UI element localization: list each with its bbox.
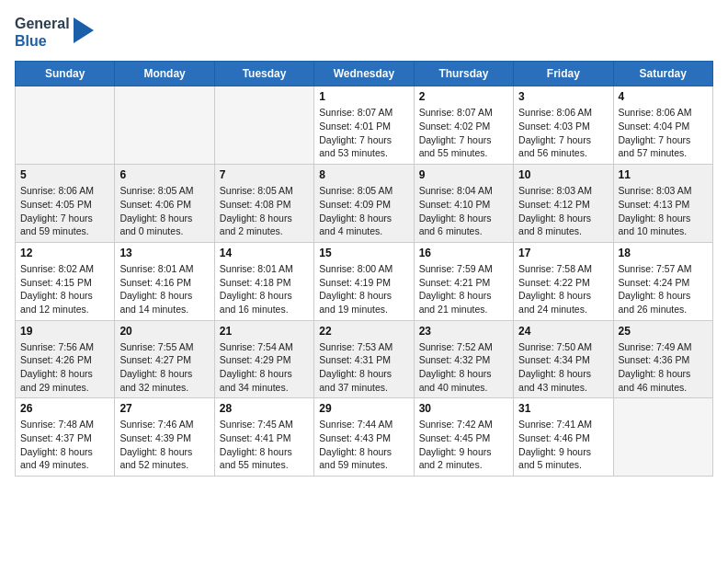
day-number: 1 <box>319 90 408 103</box>
day-info: Sunrise: 7:52 AM Sunset: 4:32 PM Dayligh… <box>419 340 508 395</box>
logo-line1: General <box>15 15 70 32</box>
calendar-cell: 24Sunrise: 7:50 AM Sunset: 4:34 PM Dayli… <box>514 320 613 398</box>
day-info: Sunrise: 8:05 AM Sunset: 4:06 PM Dayligh… <box>119 184 209 238</box>
calendar-cell: 9Sunrise: 8:04 AM Sunset: 4:10 PM Daylig… <box>414 165 513 243</box>
day-number: 11 <box>619 168 708 181</box>
day-info: Sunrise: 7:55 AM Sunset: 4:27 PM Dayligh… <box>119 340 209 395</box>
day-number: 2 <box>419 90 508 103</box>
day-info: Sunrise: 8:05 AM Sunset: 4:08 PM Dayligh… <box>220 184 309 238</box>
day-info: Sunrise: 7:41 AM Sunset: 4:46 PM Dayligh… <box>518 418 608 472</box>
day-info: Sunrise: 7:49 AM Sunset: 4:36 PM Dayligh… <box>619 340 708 395</box>
day-number: 24 <box>518 325 608 338</box>
day-number: 6 <box>119 168 209 181</box>
calendar-header-thursday: Thursday <box>414 62 513 86</box>
page-header: General Blue <box>15 15 713 50</box>
day-number: 16 <box>419 247 508 259</box>
logo-arrow-icon <box>74 17 94 43</box>
day-info: Sunrise: 8:04 AM Sunset: 4:10 PM Dayligh… <box>419 184 508 238</box>
day-number: 4 <box>619 90 708 103</box>
day-number: 12 <box>20 247 109 259</box>
day-info: Sunrise: 7:46 AM Sunset: 4:39 PM Dayligh… <box>119 418 209 472</box>
calendar-week-3: 12Sunrise: 8:02 AM Sunset: 4:15 PM Dayli… <box>16 242 713 320</box>
day-info: Sunrise: 7:59 AM Sunset: 4:21 PM Dayligh… <box>419 262 508 316</box>
calendar-table: SundayMondayTuesdayWednesdayThursdayFrid… <box>15 61 713 477</box>
day-info: Sunrise: 7:58 AM Sunset: 4:22 PM Dayligh… <box>518 262 608 316</box>
calendar-header-row: SundayMondayTuesdayWednesdayThursdayFrid… <box>16 62 713 86</box>
calendar-cell: 15Sunrise: 8:00 AM Sunset: 4:19 PM Dayli… <box>314 242 414 320</box>
calendar-cell: 21Sunrise: 7:54 AM Sunset: 4:29 PM Dayli… <box>214 320 313 398</box>
day-info: Sunrise: 8:07 AM Sunset: 4:01 PM Dayligh… <box>319 106 408 160</box>
day-info: Sunrise: 7:56 AM Sunset: 4:26 PM Dayligh… <box>20 340 109 395</box>
logo-line2: Blue <box>15 32 70 50</box>
calendar-week-5: 26Sunrise: 7:48 AM Sunset: 4:37 PM Dayli… <box>16 398 713 477</box>
calendar-cell: 14Sunrise: 8:01 AM Sunset: 4:18 PM Dayli… <box>214 242 313 320</box>
calendar-cell: 10Sunrise: 8:03 AM Sunset: 4:12 PM Dayli… <box>514 165 613 243</box>
calendar-cell: 20Sunrise: 7:55 AM Sunset: 4:27 PM Dayli… <box>115 320 214 398</box>
day-number: 27 <box>119 402 209 415</box>
day-info: Sunrise: 8:06 AM Sunset: 4:05 PM Dayligh… <box>20 184 109 238</box>
calendar-header-sunday: Sunday <box>16 62 115 86</box>
svg-marker-0 <box>74 17 94 43</box>
calendar-cell: 12Sunrise: 8:02 AM Sunset: 4:15 PM Dayli… <box>16 242 115 320</box>
day-info: Sunrise: 7:53 AM Sunset: 4:31 PM Dayligh… <box>319 340 408 395</box>
calendar-cell: 7Sunrise: 8:05 AM Sunset: 4:08 PM Daylig… <box>214 165 313 243</box>
calendar-cell: 25Sunrise: 7:49 AM Sunset: 4:36 PM Dayli… <box>613 320 712 398</box>
day-info: Sunrise: 8:05 AM Sunset: 4:09 PM Dayligh… <box>319 184 408 238</box>
day-info: Sunrise: 7:48 AM Sunset: 4:37 PM Dayligh… <box>20 418 109 472</box>
day-number: 7 <box>220 168 309 181</box>
day-number: 21 <box>220 325 309 338</box>
calendar-cell: 6Sunrise: 8:05 AM Sunset: 4:06 PM Daylig… <box>115 165 214 243</box>
day-number: 26 <box>20 402 109 415</box>
calendar-week-4: 19Sunrise: 7:56 AM Sunset: 4:26 PM Dayli… <box>16 320 713 398</box>
day-info: Sunrise: 7:45 AM Sunset: 4:41 PM Dayligh… <box>220 418 309 472</box>
day-info: Sunrise: 7:54 AM Sunset: 4:29 PM Dayligh… <box>220 340 309 395</box>
day-number: 8 <box>319 168 408 181</box>
day-info: Sunrise: 8:03 AM Sunset: 4:12 PM Dayligh… <box>518 184 608 238</box>
day-number: 29 <box>319 402 408 415</box>
calendar-cell: 31Sunrise: 7:41 AM Sunset: 4:46 PM Dayli… <box>514 398 613 477</box>
day-number: 30 <box>419 402 508 415</box>
calendar-cell: 4Sunrise: 8:06 AM Sunset: 4:04 PM Daylig… <box>613 86 712 165</box>
day-info: Sunrise: 7:57 AM Sunset: 4:24 PM Dayligh… <box>619 262 708 316</box>
calendar-cell: 16Sunrise: 7:59 AM Sunset: 4:21 PM Dayli… <box>414 242 513 320</box>
calendar-cell: 13Sunrise: 8:01 AM Sunset: 4:16 PM Dayli… <box>115 242 214 320</box>
day-number: 23 <box>419 325 508 338</box>
calendar-cell: 17Sunrise: 7:58 AM Sunset: 4:22 PM Dayli… <box>514 242 613 320</box>
day-number: 25 <box>619 325 708 338</box>
calendar-cell: 5Sunrise: 8:06 AM Sunset: 4:05 PM Daylig… <box>16 165 115 243</box>
calendar-cell: 3Sunrise: 8:06 AM Sunset: 4:03 PM Daylig… <box>514 86 613 165</box>
day-info: Sunrise: 7:42 AM Sunset: 4:45 PM Dayligh… <box>419 418 508 472</box>
day-info: Sunrise: 8:01 AM Sunset: 4:16 PM Dayligh… <box>119 262 209 316</box>
day-number: 10 <box>518 168 608 181</box>
day-number: 5 <box>20 168 109 181</box>
calendar-cell: 8Sunrise: 8:05 AM Sunset: 4:09 PM Daylig… <box>314 165 414 243</box>
day-number: 19 <box>20 325 109 338</box>
day-number: 22 <box>319 325 408 338</box>
calendar-cell: 2Sunrise: 8:07 AM Sunset: 4:02 PM Daylig… <box>414 86 513 165</box>
day-info: Sunrise: 7:50 AM Sunset: 4:34 PM Dayligh… <box>518 340 608 395</box>
calendar-cell: 27Sunrise: 7:46 AM Sunset: 4:39 PM Dayli… <box>115 398 214 477</box>
day-number: 9 <box>419 168 508 181</box>
day-info: Sunrise: 7:44 AM Sunset: 4:43 PM Dayligh… <box>319 418 408 472</box>
calendar-cell: 30Sunrise: 7:42 AM Sunset: 4:45 PM Dayli… <box>414 398 513 477</box>
calendar-header-monday: Monday <box>115 62 214 86</box>
calendar-cell: 26Sunrise: 7:48 AM Sunset: 4:37 PM Dayli… <box>16 398 115 477</box>
day-number: 14 <box>220 247 309 259</box>
calendar-cell <box>16 86 115 165</box>
calendar-cell: 23Sunrise: 7:52 AM Sunset: 4:32 PM Dayli… <box>414 320 513 398</box>
day-number: 17 <box>518 247 608 259</box>
day-info: Sunrise: 8:00 AM Sunset: 4:19 PM Dayligh… <box>319 262 408 316</box>
calendar-week-2: 5Sunrise: 8:06 AM Sunset: 4:05 PM Daylig… <box>16 165 713 243</box>
calendar-cell: 1Sunrise: 8:07 AM Sunset: 4:01 PM Daylig… <box>314 86 414 165</box>
calendar-header-tuesday: Tuesday <box>214 62 313 86</box>
logo: General Blue <box>15 15 94 50</box>
day-number: 20 <box>119 325 209 338</box>
calendar-cell: 28Sunrise: 7:45 AM Sunset: 4:41 PM Dayli… <box>214 398 313 477</box>
day-info: Sunrise: 8:06 AM Sunset: 4:04 PM Dayligh… <box>619 106 708 160</box>
day-info: Sunrise: 8:03 AM Sunset: 4:13 PM Dayligh… <box>619 184 708 238</box>
day-number: 31 <box>518 402 608 415</box>
day-info: Sunrise: 8:01 AM Sunset: 4:18 PM Dayligh… <box>220 262 309 316</box>
calendar-cell: 18Sunrise: 7:57 AM Sunset: 4:24 PM Dayli… <box>613 242 712 320</box>
day-number: 28 <box>220 402 309 415</box>
day-info: Sunrise: 8:07 AM Sunset: 4:02 PM Dayligh… <box>419 106 508 160</box>
